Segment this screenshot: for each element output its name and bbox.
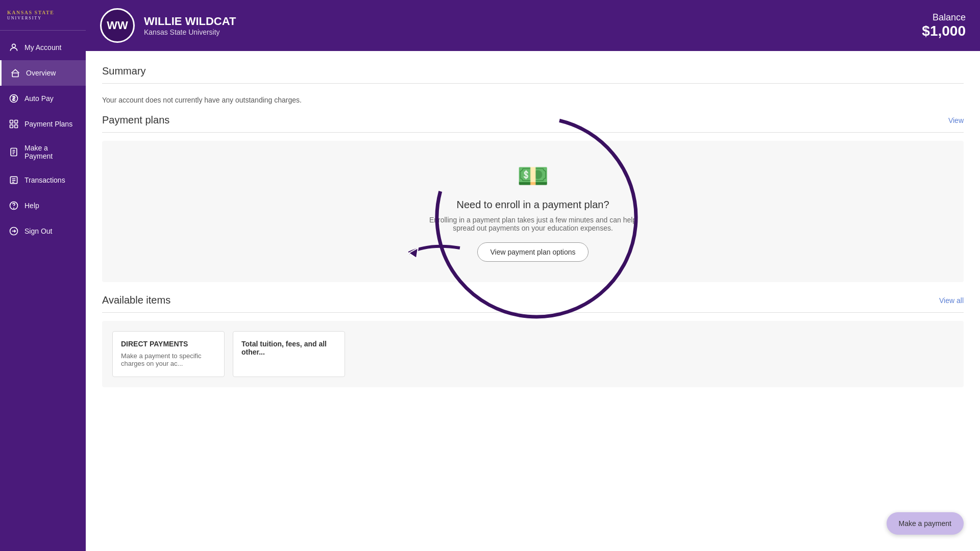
payment-plans-header: Payment plans View (102, 114, 964, 126)
sidebar-item-make-payment[interactable]: Make a Payment (0, 137, 86, 167)
svg-point-0 (12, 44, 16, 48)
sidebar-logo: KANSAS STATE UNIVERSITY (0, 0, 86, 31)
available-items-header: Available items View all (102, 294, 964, 306)
svg-rect-3 (10, 120, 13, 123)
svg-point-16 (14, 208, 14, 209)
sidebar-item-sign-out-label: Sign Out (24, 227, 52, 235)
person-icon (8, 42, 19, 53)
user-name: WILLIE WILDCAT (144, 15, 922, 28)
summary-message: Your account does not currently have any… (102, 92, 964, 114)
svg-rect-5 (10, 125, 13, 128)
page-content: Summary Your account does not currently … (86, 51, 980, 551)
sidebar-item-transactions[interactable]: Transactions (0, 167, 86, 193)
list-icon (8, 174, 19, 186)
exit-icon (8, 226, 19, 237)
sidebar-item-auto-pay[interactable]: Auto Pay (0, 86, 86, 111)
svg-rect-4 (15, 120, 18, 123)
sidebar-item-my-account-label: My Account (24, 43, 61, 52)
available-items-divider (102, 312, 964, 313)
avatar: WW (100, 8, 135, 43)
floating-make-payment-button[interactable]: Make a payment (887, 512, 964, 535)
svg-rect-6 (15, 125, 18, 128)
sidebar-nav: My Account Overview Auto Pay Payment Pla… (0, 31, 86, 244)
available-items-title: Available items (102, 294, 170, 306)
main-content: WW WILLIE WILDCAT Kansas State Universit… (86, 0, 980, 551)
sidebar-item-overview[interactable]: Overview (0, 60, 86, 86)
summary-divider (102, 83, 964, 84)
money-icon: 💵 (517, 161, 549, 191)
sidebar-item-transactions-label: Transactions (24, 176, 65, 184)
home-icon (10, 67, 21, 79)
payment-plans-section: Payment plans View 💵 Need to enroll in a… (102, 114, 964, 282)
list-item[interactable]: Total tuition, fees, and all other... (233, 331, 345, 377)
balance-label: Balance (922, 12, 966, 23)
payment-plans-title: Payment plans (102, 114, 169, 126)
item-title-direct: DIRECT PAYMENTS (121, 340, 216, 348)
payment-plans-view-link[interactable]: View (948, 116, 964, 124)
question-icon (8, 200, 19, 211)
svg-rect-1 (12, 73, 18, 77)
sidebar-item-my-account[interactable]: My Account (0, 35, 86, 60)
sidebar-item-payment-plans[interactable]: Payment Plans (0, 111, 86, 137)
view-payment-plan-options-button[interactable]: View payment plan options (477, 242, 588, 262)
page-header: WW WILLIE WILDCAT Kansas State Universit… (86, 0, 980, 51)
sidebar-item-sign-out[interactable]: Sign Out (0, 218, 86, 244)
summary-header: Summary (102, 65, 964, 77)
sidebar: KANSAS STATE UNIVERSITY My Account Overv… (0, 0, 86, 551)
receipt-icon (8, 146, 19, 158)
sidebar-item-payment-plans-label: Payment Plans (24, 120, 72, 128)
item-desc-direct: Make a payment to specific charges on yo… (121, 352, 216, 367)
svg-marker-20 (409, 248, 418, 258)
sidebar-item-overview-label: Overview (26, 69, 56, 77)
item-title-tuition: Total tuition, fees, and all other... (241, 340, 336, 356)
sidebar-item-help-label: Help (24, 202, 39, 210)
dollar-icon (8, 93, 19, 104)
user-institution: Kansas State University (144, 28, 922, 36)
available-items-section: Available items View all DIRECT PAYMENTS… (102, 294, 964, 387)
enroll-desc: Enrolling in a payment plan takes just a… (426, 216, 640, 232)
grid-icon (8, 118, 19, 130)
enroll-title: Need to enroll in a payment plan? (456, 199, 609, 211)
summary-title: Summary (102, 65, 146, 77)
user-info: WILLIE WILDCAT Kansas State University (144, 15, 922, 36)
balance-section: Balance $1,000 (922, 12, 966, 39)
balance-amount: $1,000 (922, 23, 966, 39)
sidebar-item-help[interactable]: Help (0, 193, 86, 218)
sidebar-item-auto-pay-label: Auto Pay (24, 94, 54, 103)
payment-plans-divider (102, 132, 964, 133)
list-item[interactable]: DIRECT PAYMENTS Make a payment to specif… (112, 331, 225, 377)
items-grid: DIRECT PAYMENTS Make a payment to specif… (102, 321, 964, 387)
available-items-view-all-link[interactable]: View all (939, 296, 964, 305)
payment-plans-box: 💵 Need to enroll in a payment plan? Enro… (102, 141, 964, 282)
sidebar-item-make-payment-label: Make a Payment (24, 144, 78, 160)
